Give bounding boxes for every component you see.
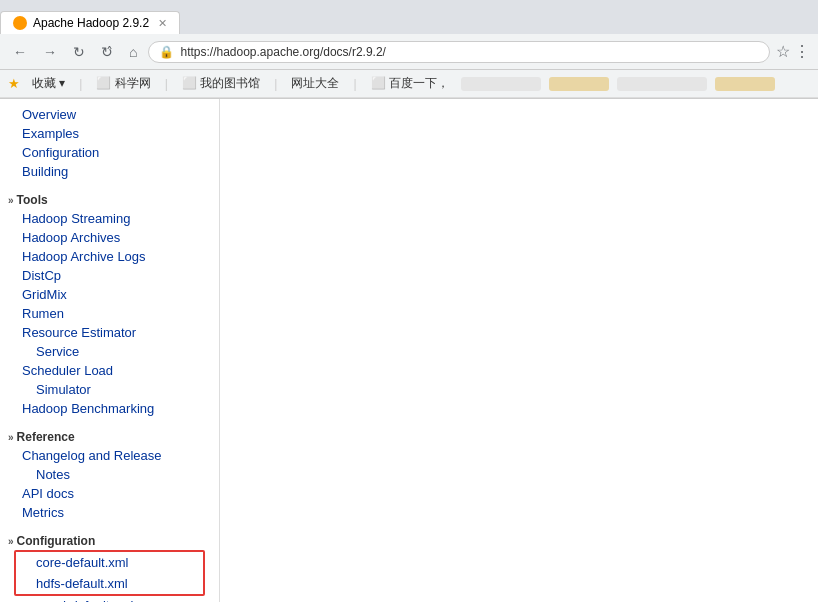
tab-bar: Apache Hadoop 2.9.2 ✕ bbox=[0, 0, 818, 34]
nav-right-icons: ☆ ⋮ bbox=[776, 42, 810, 61]
menu-icon[interactable]: ⋮ bbox=[794, 42, 810, 61]
navigation-bar: ← → ↻ ↻​̂ ⌂ 🔒 https://hadoop.apache.org/… bbox=[0, 34, 818, 70]
bookmark-blurred-3 bbox=[617, 77, 707, 91]
back-button[interactable]: ← bbox=[8, 42, 32, 62]
sidebar-item-scheduler-load[interactable]: Scheduler Load bbox=[8, 361, 211, 380]
sidebar-item-distcp[interactable]: DistCp bbox=[8, 266, 211, 285]
bookmark-kexue[interactable]: ⬜ 科学网 bbox=[92, 73, 154, 94]
tab-favicon bbox=[13, 16, 27, 30]
bookmark-star-icon[interactable]: ☆ bbox=[776, 42, 790, 61]
sidebar-item-mapred-default[interactable]: mapred-default.xml bbox=[8, 596, 211, 602]
sidebar-item-hadoop-benchmarking[interactable]: Hadoop Benchmarking bbox=[8, 399, 211, 418]
content-area: Overview Examples Configuration Building… bbox=[0, 99, 818, 602]
browser-tab[interactable]: Apache Hadoop 2.9.2 ✕ bbox=[0, 11, 180, 34]
history-button[interactable]: ↻​̂ bbox=[96, 42, 118, 62]
sidebar-item-gridmix[interactable]: GridMix bbox=[8, 285, 211, 304]
sidebar-item-resource-estimator[interactable]: Resource Estimator bbox=[8, 323, 211, 342]
sidebar-top-links: Overview Examples Configuration Building bbox=[0, 99, 219, 183]
tab-close-button[interactable]: ✕ bbox=[158, 17, 167, 30]
sidebar-item-examples[interactable]: Examples bbox=[8, 124, 211, 143]
bookmark-blurred-1 bbox=[461, 77, 541, 91]
bookmark-blurred-4 bbox=[715, 77, 775, 91]
sidebar-item-configuration[interactable]: Configuration bbox=[8, 143, 211, 162]
bookmark-baidu[interactable]: ⬜ 百度一下， bbox=[367, 73, 453, 94]
sidebar-tools-section: » Tools Hadoop Streaming Hadoop Archives… bbox=[0, 183, 219, 420]
sidebar-config-header: » Configuration bbox=[8, 530, 211, 550]
sidebar: Overview Examples Configuration Building… bbox=[0, 99, 220, 602]
browser-chrome: Apache Hadoop 2.9.2 ✕ ← → ↻ ↻​̂ ⌂ 🔒 http… bbox=[0, 0, 818, 99]
sidebar-config-section: » Configuration core-default.xml hdfs-de… bbox=[0, 524, 219, 602]
sidebar-item-building[interactable]: Building bbox=[8, 162, 211, 181]
sidebar-item-core-default[interactable]: core-default.xml bbox=[16, 552, 203, 573]
sidebar-tools-header: » Tools bbox=[8, 189, 211, 209]
bookmark-library[interactable]: ⬜ 我的图书馆 bbox=[178, 73, 264, 94]
sidebar-item-hadoop-archives[interactable]: Hadoop Archives bbox=[8, 228, 211, 247]
sidebar-item-notes[interactable]: Notes bbox=[8, 465, 211, 484]
sidebar-reference-header: » Reference bbox=[8, 426, 211, 446]
tab-title: Apache Hadoop 2.9.2 bbox=[33, 16, 149, 30]
bookmark-blurred-2 bbox=[549, 77, 609, 91]
bookmark-favorites[interactable]: 收藏 ▾ bbox=[28, 73, 69, 94]
secure-icon: 🔒 bbox=[159, 45, 174, 59]
url-text: https://hadoop.apache.org/docs/r2.9.2/ bbox=[180, 45, 759, 59]
bookmarks-star-icon: ★ bbox=[8, 76, 20, 91]
highlight-box: core-default.xml hdfs-default.xml bbox=[14, 550, 205, 596]
bookmark-sites[interactable]: 网址大全 bbox=[287, 73, 343, 94]
sidebar-item-service[interactable]: Service bbox=[8, 342, 211, 361]
main-content-panel bbox=[220, 99, 818, 602]
sidebar-item-simulator[interactable]: Simulator bbox=[8, 380, 211, 399]
address-bar[interactable]: 🔒 https://hadoop.apache.org/docs/r2.9.2/ bbox=[148, 41, 770, 63]
bookmarks-bar: ★ 收藏 ▾ | ⬜ 科学网 | ⬜ 我的图书馆 | 网址大全 | ⬜ 百度一下… bbox=[0, 70, 818, 98]
sidebar-item-hadoop-streaming[interactable]: Hadoop Streaming bbox=[8, 209, 211, 228]
home-button[interactable]: ⌂ bbox=[124, 42, 142, 62]
sidebar-item-hadoop-archive-logs[interactable]: Hadoop Archive Logs bbox=[8, 247, 211, 266]
sidebar-item-metrics[interactable]: Metrics bbox=[8, 503, 211, 522]
sidebar-item-api-docs[interactable]: API docs bbox=[8, 484, 211, 503]
reload-button[interactable]: ↻ bbox=[68, 42, 90, 62]
sidebar-item-changelog[interactable]: Changelog and Release bbox=[8, 446, 211, 465]
forward-button[interactable]: → bbox=[38, 42, 62, 62]
sidebar-item-rumen[interactable]: Rumen bbox=[8, 304, 211, 323]
sidebar-reference-section: » Reference Changelog and Release Notes … bbox=[0, 420, 219, 524]
sidebar-item-overview[interactable]: Overview bbox=[8, 105, 211, 124]
sidebar-item-hdfs-default[interactable]: hdfs-default.xml bbox=[16, 573, 203, 594]
